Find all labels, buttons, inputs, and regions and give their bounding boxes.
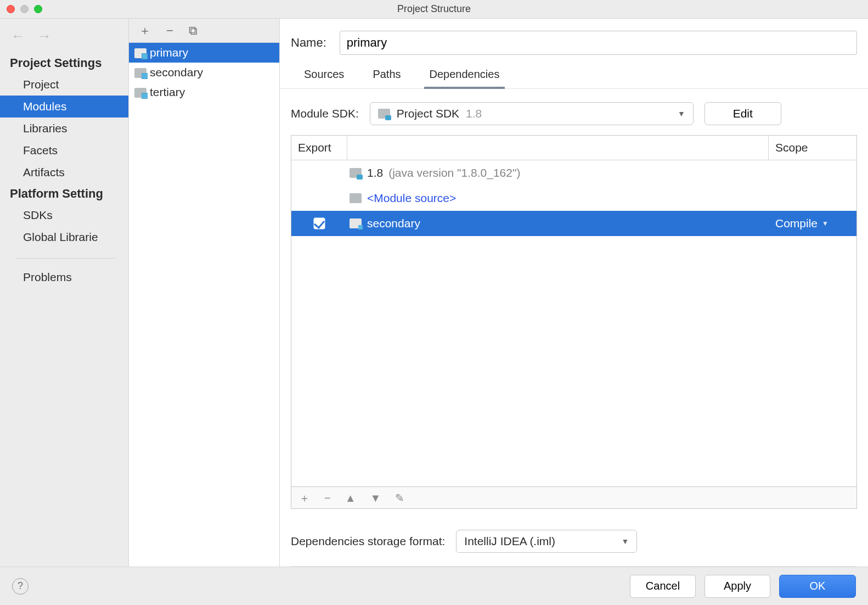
section-project-settings: Project Settings bbox=[0, 53, 128, 74]
nav-problems[interactable]: Problems bbox=[0, 266, 128, 288]
module-folder-icon bbox=[134, 48, 146, 58]
dep-row-secondary[interactable]: secondary Compile ▼ bbox=[291, 211, 856, 236]
module-primary[interactable]: primary bbox=[129, 43, 279, 63]
dep-name: secondary bbox=[367, 217, 420, 230]
chevron-down-icon[interactable]: ▼ bbox=[822, 220, 828, 227]
tab-paths[interactable]: Paths bbox=[369, 65, 404, 88]
copy-icon[interactable]: ⧉ bbox=[189, 25, 198, 37]
dependencies-panel: Module SDK: Project SDK 1.8 ▼ Edit Expor… bbox=[280, 89, 868, 567]
move-up-icon[interactable]: ▲ bbox=[345, 492, 356, 503]
storage-format-select[interactable]: IntelliJ IDEA (.iml) ▼ bbox=[456, 530, 637, 553]
help-button[interactable]: ? bbox=[12, 578, 29, 595]
close-icon[interactable] bbox=[7, 5, 15, 13]
dep-name: <Module source> bbox=[367, 192, 456, 205]
add-icon[interactable]: ＋ bbox=[139, 25, 151, 37]
nav-project[interactable]: Project bbox=[0, 74, 128, 96]
forward-icon[interactable]: → bbox=[37, 29, 52, 43]
dep-toolbar: ＋ − ▲ ▼ ✎ bbox=[291, 487, 857, 509]
edit-sdk-button[interactable]: Edit bbox=[704, 102, 781, 125]
sdk-folder-icon bbox=[378, 109, 390, 119]
window-title: Project Structure bbox=[0, 3, 868, 15]
remove-icon[interactable]: − bbox=[166, 25, 173, 37]
name-label: Name: bbox=[291, 36, 326, 50]
chevron-down-icon: ▼ bbox=[678, 109, 685, 118]
module-secondary[interactable]: secondary bbox=[129, 63, 279, 82]
edit-icon[interactable]: ✎ bbox=[395, 492, 404, 503]
zoom-icon[interactable] bbox=[34, 5, 42, 13]
module-label: tertiary bbox=[150, 86, 185, 99]
storage-value: IntelliJ IDEA (.iml) bbox=[464, 535, 555, 548]
dep-table-header: Export Scope bbox=[291, 136, 856, 160]
folder-icon bbox=[350, 193, 362, 203]
module-sdk-select[interactable]: Project SDK 1.8 ▼ bbox=[370, 102, 694, 125]
move-down-icon[interactable]: ▼ bbox=[370, 492, 381, 503]
back-icon[interactable]: ← bbox=[11, 29, 25, 43]
tab-sources[interactable]: Sources bbox=[301, 65, 347, 88]
storage-row: Dependencies storage format: IntelliJ ID… bbox=[291, 519, 857, 567]
dep-row-sdk[interactable]: 1.8 (java version "1.8.0_162") bbox=[291, 160, 856, 186]
dep-rows: 1.8 (java version "1.8.0_162") <Module s… bbox=[291, 160, 856, 486]
nav-separator bbox=[15, 258, 115, 259]
window-controls bbox=[0, 5, 42, 13]
minimize-icon[interactable] bbox=[20, 5, 29, 13]
module-folder-icon bbox=[350, 219, 362, 228]
add-icon[interactable]: ＋ bbox=[299, 492, 310, 503]
workarea: ← → Project Settings Project Modules Lib… bbox=[0, 19, 868, 567]
nav-facets[interactable]: Facets bbox=[0, 139, 128, 161]
sdk-folder-icon bbox=[350, 168, 362, 178]
chevron-down-icon: ▼ bbox=[621, 537, 629, 546]
module-label: primary bbox=[150, 46, 188, 59]
nav-global-libraries[interactable]: Global Librarie bbox=[0, 226, 128, 248]
module-list: primary secondary tertiary bbox=[129, 43, 279, 567]
name-input[interactable] bbox=[340, 31, 857, 55]
module-folder-icon bbox=[134, 68, 146, 78]
remove-icon[interactable]: − bbox=[324, 492, 331, 503]
col-export[interactable]: Export bbox=[291, 136, 347, 160]
module-sdk-row: Module SDK: Project SDK 1.8 ▼ Edit bbox=[291, 102, 857, 125]
tab-dependencies[interactable]: Dependencies bbox=[426, 65, 503, 88]
history-nav: ← → bbox=[0, 19, 128, 53]
dep-detail: (java version "1.8.0_162") bbox=[388, 166, 520, 180]
module-toolbar: ＋ − ⧉ bbox=[129, 19, 279, 43]
dependency-table: Export Scope 1.8 (java version "1.8.0_16… bbox=[291, 135, 857, 487]
dep-row-module-source[interactable]: <Module source> bbox=[291, 186, 856, 211]
section-platform-settings: Platform Setting bbox=[0, 183, 128, 204]
module-list-panel: ＋ − ⧉ primary secondary tertiary bbox=[129, 19, 280, 567]
module-tertiary[interactable]: tertiary bbox=[129, 82, 279, 102]
module-editor: Name: Sources Paths Dependencies Module … bbox=[280, 19, 868, 567]
storage-label: Dependencies storage format: bbox=[291, 535, 445, 548]
left-sidebar: ← → Project Settings Project Modules Lib… bbox=[0, 19, 129, 567]
name-row: Name: bbox=[280, 19, 868, 65]
module-tabs: Sources Paths Dependencies bbox=[280, 65, 868, 89]
dependency-table-wrap: Export Scope 1.8 (java version "1.8.0_16… bbox=[291, 135, 857, 509]
module-label: secondary bbox=[150, 66, 203, 79]
cancel-button[interactable]: Cancel bbox=[630, 575, 696, 598]
titlebar: Project Structure bbox=[0, 0, 868, 19]
dialog-footer: ? Cancel Apply OK bbox=[0, 567, 868, 605]
ok-button[interactable]: OK bbox=[779, 575, 856, 598]
nav-libraries[interactable]: Libraries bbox=[0, 117, 128, 139]
sdk-version: 1.8 bbox=[466, 107, 482, 120]
nav-sdks[interactable]: SDKs bbox=[0, 204, 128, 226]
dep-scope: Compile bbox=[775, 217, 818, 230]
nav-artifacts[interactable]: Artifacts bbox=[0, 161, 128, 183]
nav-modules[interactable]: Modules bbox=[0, 96, 128, 117]
module-folder-icon bbox=[134, 88, 146, 98]
dep-name: 1.8 bbox=[367, 166, 383, 180]
col-name[interactable] bbox=[347, 136, 769, 160]
module-sdk-label: Module SDK: bbox=[291, 107, 359, 120]
sdk-name: Project SDK bbox=[397, 107, 459, 120]
apply-button[interactable]: Apply bbox=[704, 575, 770, 598]
export-checkbox[interactable] bbox=[313, 217, 325, 229]
col-scope[interactable]: Scope bbox=[769, 136, 856, 160]
